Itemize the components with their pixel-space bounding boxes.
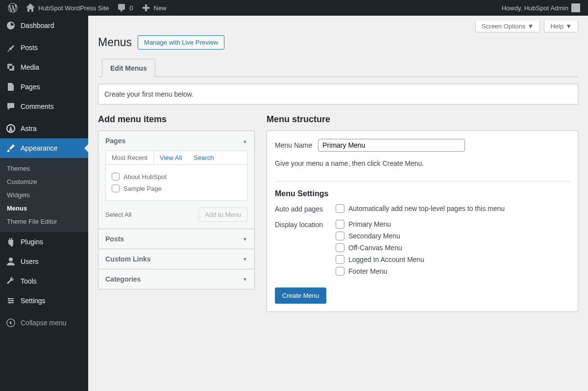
tab-search[interactable]: Search [188,151,220,164]
submenu-customize[interactable]: Customize [0,175,88,188]
submenu-menus[interactable]: Menus [0,202,88,215]
chevron-down-icon: ▼ [243,277,247,282]
sidebar-label: Posts [21,44,38,52]
accordion-title: Posts [105,235,124,243]
location-label: Footer Menu [348,267,387,275]
auto-add-label: Auto add pages [275,204,329,213]
collapse-icon [6,318,16,328]
nav-tabs: Edit Menus [98,58,578,77]
submenu-themes[interactable]: Themes [0,162,88,175]
site-title: HubSpot WordPress Site [38,4,109,12]
sidebar-item-media[interactable]: Media [0,57,88,77]
manage-live-preview-button[interactable]: Manage with Live Preview [138,35,224,50]
sidebar-label: Pages [21,83,40,91]
sidebar-label: Tools [21,277,37,285]
sidebar-label: Media [21,63,39,71]
sidebar-label: Settings [21,297,46,305]
menu-settings-heading: Menu Settings [275,189,570,198]
location-checkbox[interactable] [336,255,344,264]
accordion-categories-toggle[interactable]: Categories ▼ [98,269,254,289]
page-checkbox[interactable] [112,184,120,192]
collapse-menu[interactable]: Collapse menu [0,313,88,332]
avatar [571,3,580,12]
page-checkbox[interactable] [112,173,120,181]
submenu-widgets[interactable]: Widgets [0,188,88,202]
auto-add-option-label: Automatically add new top-level pages to… [348,205,505,212]
menu-name-input[interactable] [318,139,465,152]
menu-structure-heading: Menu structure [267,114,578,125]
location-option[interactable]: Off-Canvas Menu [336,243,570,252]
accordion-pages-toggle[interactable]: Pages ▲ [98,131,254,151]
location-checkbox[interactable] [336,220,344,229]
location-option[interactable]: Secondary Menu [336,232,570,240]
location-option[interactable]: Logged In Account Menu [336,255,570,264]
sidebar-item-plugins[interactable]: Plugins [0,232,88,252]
page-item[interactable]: Sample Page [112,182,241,194]
chevron-down-icon: ▼ [243,257,247,262]
howdy-link[interactable]: Howdy, HubSpot Admin [498,0,584,16]
sidebar-item-astra[interactable]: Astra [0,119,88,138]
create-menu-button[interactable]: Create Menu [275,287,326,304]
user-icon [6,257,16,266]
location-checkbox[interactable] [336,232,344,240]
sidebar-label: Dashboard [21,22,54,29]
menu-frame: Menu Name Give your menu a name, then cl… [267,130,578,312]
location-checkbox[interactable] [336,267,344,276]
auto-add-checkbox[interactable] [336,204,344,213]
chevron-up-icon: ▲ [243,138,247,144]
sidebar-label: Plugins [21,238,43,246]
screen-options-button[interactable]: Screen Options ▼ [475,21,540,32]
admin-bar-new[interactable]: New [137,0,171,16]
wordpress-icon [8,3,18,13]
auto-add-option[interactable]: Automatically add new top-level pages to… [336,204,570,213]
page-item-label: About HubSpot [123,173,167,181]
chevron-down-icon: ▼ [565,23,572,30]
help-button[interactable]: Help ▼ [544,21,578,32]
add-to-menu-button[interactable]: Add to Menu [198,208,247,222]
sidebar-item-users[interactable]: Users [0,252,88,271]
wrench-icon [6,276,16,286]
page-title: Menus [98,36,132,49]
site-link[interactable]: HubSpot WordPress Site [22,0,113,16]
sidebar-item-appearance[interactable]: Appearance [0,138,88,158]
appearance-submenu: Themes Customize Widgets Menus Theme Fil… [0,158,88,232]
sidebar-label: Appearance [21,144,58,152]
location-option[interactable]: Primary Menu [336,220,570,229]
wp-logo-link[interactable] [4,0,22,16]
svg-point-3 [12,300,14,302]
accordion-title: Pages [105,137,125,145]
pages-checklist: About HubSpot Sample Page [105,165,247,201]
accordion-posts-toggle[interactable]: Posts ▼ [98,229,254,249]
content-wrap: Screen Options ▼ Help ▼ Menus Manage wit… [88,16,588,332]
location-label: Secondary Menu [348,232,400,240]
page-item[interactable]: About HubSpot [112,171,241,182]
comments-count: 0 [129,4,133,12]
first-menu-notice: Create your first menu below. [98,84,578,104]
sidebar-item-dashboard[interactable]: Dashboard [0,16,88,35]
location-option[interactable]: Footer Menu [336,267,570,276]
sidebar-item-tools[interactable]: Tools [0,271,88,291]
accordion-pages: Pages ▲ Most Recent View All Search Abou… [98,130,255,229]
accordion-title: Custom Links [105,255,151,263]
accordion-custom-links-toggle[interactable]: Custom Links ▼ [98,249,254,269]
admin-bar: HubSpot WordPress Site 0 New Howdy, HubS… [0,0,588,16]
add-menu-items-heading: Add menu items [98,114,255,125]
sidebar-item-pages[interactable]: Pages [0,77,88,97]
location-checkbox[interactable] [336,243,344,252]
tab-view-all[interactable]: View All [154,151,188,164]
select-all-link[interactable]: Select All [105,211,131,218]
svg-point-4 [9,302,11,304]
tab-edit-menus[interactable]: Edit Menus [102,59,155,77]
sidebar-item-posts[interactable]: Posts [0,38,88,57]
tab-most-recent[interactable]: Most Recent [106,151,154,164]
sidebar-item-comments[interactable]: Comments [0,97,88,116]
sidebar-label: Users [21,258,39,265]
accordion-posts: Posts ▼ [98,229,255,249]
submenu-theme-file-editor[interactable]: Theme File Editor [0,215,88,228]
sidebar-label: Comments [21,103,54,110]
display-location-label: Display location [275,220,329,229]
collapse-label: Collapse menu [21,319,66,327]
sidebar-item-settings[interactable]: Settings [0,291,88,311]
admin-bar-comments[interactable]: 0 [113,0,137,16]
chevron-down-icon: ▼ [243,236,247,242]
